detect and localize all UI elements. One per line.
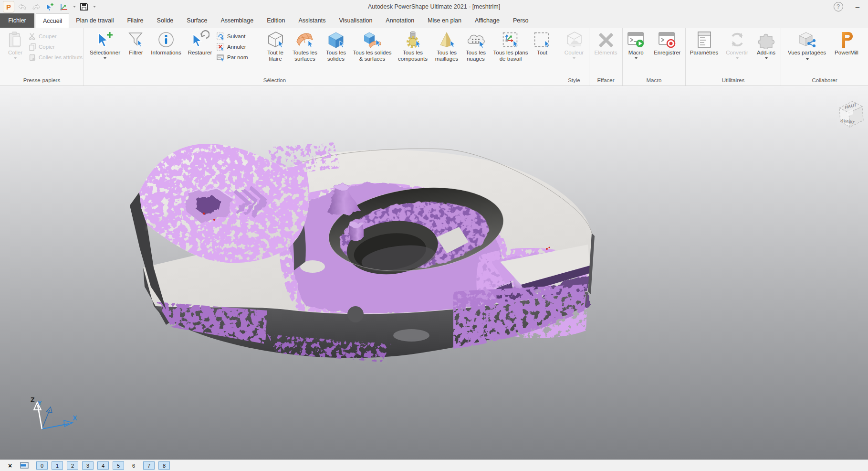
tab-fichier[interactable]: Fichier (0, 13, 34, 28)
color-dropdown-arrow-icon[interactable] (573, 57, 575, 59)
addins-dropdown-arrow-icon[interactable] (765, 57, 768, 59)
group-utilities: Paramètres Convertir Add-ins Ut (686, 28, 781, 86)
levels-icon[interactable] (20, 462, 30, 469)
undo-button[interactable] (17, 1, 28, 12)
tab-perso[interactable]: Perso (506, 13, 535, 28)
viewport-3d[interactable]: Z Y X HAUT AVANT (0, 86, 868, 460)
ribbon: Coller Couper Copier (0, 28, 868, 86)
group-collaborate: Vues partagées PowerMill Collaborer (781, 28, 868, 86)
macro-button[interactable]: Macro (624, 30, 648, 59)
settings-button[interactable]: Paramètres (687, 30, 722, 56)
solid-cube-icon (326, 30, 346, 49)
level-button-1[interactable]: 1 (52, 461, 63, 470)
convert-dropdown-arrow-icon[interactable] (736, 57, 739, 59)
macro-dropdown-arrow-icon[interactable] (635, 57, 638, 59)
button-label: Convertir (726, 50, 748, 56)
axis-x-label: X (73, 414, 77, 422)
save-dropdown-arrow-icon[interactable] (93, 6, 96, 8)
tab-mise-en-plan[interactable]: Mise en plan (421, 13, 468, 28)
all-meshes-button[interactable]: Tous les maillages (431, 30, 462, 62)
shared-views-cube-icon (796, 30, 817, 49)
workplane-dropdown-arrow-icon[interactable] (73, 6, 76, 8)
shared-views-dropdown-arrow-icon (806, 58, 809, 60)
filter-button[interactable]: Filtrer (125, 30, 147, 56)
erase-elements-button[interactable]: Eléments (591, 30, 621, 56)
level-button-7[interactable]: 7 (143, 461, 155, 470)
level-button-0[interactable]: 0 (36, 461, 48, 470)
all-wireframe-button[interactable]: Tout le filaire (262, 30, 288, 62)
powermill-button[interactable]: PowerMill (831, 30, 862, 56)
select-dropdown-arrow-icon[interactable] (104, 57, 106, 59)
button-label: Tous les solides (322, 50, 350, 62)
cylinder-stub (349, 222, 364, 240)
tab-assistants[interactable]: Assistants (292, 13, 332, 28)
cut-button[interactable]: Couper (29, 31, 83, 42)
group-label: Macro (623, 76, 685, 86)
addins-button[interactable]: Add-ins (753, 30, 780, 59)
convert-button[interactable]: Convertir (722, 30, 752, 59)
mesh-model (130, 142, 595, 362)
record-window-icon (657, 30, 677, 49)
restore-button[interactable]: Restaurer (185, 30, 215, 56)
tab-visualisation[interactable]: Visualisation (332, 13, 379, 28)
select-button[interactable]: Sélectionner (85, 30, 125, 59)
level-button-5[interactable]: 5 (113, 461, 124, 470)
level-button-3[interactable]: 3 (82, 461, 94, 470)
level-button-6[interactable]: 6 (128, 461, 139, 470)
shared-views-button[interactable]: Vues partagées (787, 30, 827, 62)
group-label: Style (559, 76, 589, 86)
all-components-button[interactable]: Tous les composants (394, 30, 431, 62)
tab-accueil[interactable]: Accueil (36, 13, 69, 28)
puzzle-icon (756, 30, 776, 49)
close-icon[interactable]: × (6, 462, 14, 470)
tab-edition[interactable]: Edition (260, 13, 292, 28)
help-button[interactable]: ? (834, 2, 843, 11)
paste-dropdown-arrow-icon[interactable] (14, 57, 17, 59)
tab-annotation[interactable]: Annotation (379, 13, 421, 28)
record-macro-button[interactable]: Enregistrer (650, 30, 684, 56)
point-cloud-icon (466, 30, 486, 49)
copy-button[interactable]: Copier (29, 42, 83, 52)
all-solids-surfaces-button[interactable]: Tous les solides & surfaces (350, 30, 394, 62)
all-clouds-button[interactable]: Tous les nuages (462, 30, 490, 62)
level-button-4[interactable]: 4 (97, 461, 109, 470)
select-all-button[interactable]: Tout (532, 30, 553, 56)
minimize-button[interactable]: – (856, 4, 859, 9)
paste-button[interactable]: Coller (5, 30, 26, 59)
cancel-selection-button[interactable]: Annuler (217, 42, 262, 52)
button-label: Vues partagées (787, 50, 826, 62)
mesh-pyramid-icon (437, 30, 457, 49)
workplane-tool-button[interactable] (58, 1, 70, 12)
copy-pages-icon (29, 43, 36, 51)
save-button[interactable] (78, 1, 90, 12)
tab-surface[interactable]: Surface (180, 13, 214, 28)
info-button[interactable]: Informations (147, 30, 185, 56)
tab-assemblage[interactable]: Assemblage (214, 13, 260, 28)
all-solids-button[interactable]: Tous les solides (322, 30, 350, 62)
all-workplanes-button[interactable]: Tous les plans de travail (490, 30, 532, 62)
all-surfaces-button[interactable]: Toutes les surfaces (288, 30, 322, 62)
paste-attributes-button[interactable]: Coller les attributs (29, 52, 83, 63)
undo-icon (18, 3, 27, 11)
next-selection-icon (217, 32, 225, 41)
button-label: Copier (39, 44, 55, 50)
next-selection-button[interactable]: Suivant (217, 31, 262, 42)
color-button[interactable]: Couleur (561, 30, 587, 59)
component-gear-icon (403, 30, 423, 49)
tab-plan-de-travail[interactable]: Plan de travail (69, 13, 120, 28)
view-cube[interactable]: HAUT AVANT (834, 96, 865, 131)
level-button-2[interactable]: 2 (67, 461, 78, 470)
tab-affichage[interactable]: Affichage (468, 13, 506, 28)
funnel-icon (126, 30, 146, 49)
axes-icon (59, 2, 69, 11)
select-by-name-button[interactable]: Par nom (217, 52, 262, 63)
tab-solide[interactable]: Solide (150, 13, 180, 28)
settings-list-icon (694, 30, 714, 49)
level-button-8[interactable]: 8 (158, 461, 170, 470)
select-tool-button[interactable] (44, 1, 56, 12)
tab-filaire[interactable]: Filaire (121, 13, 150, 28)
powermill-logo-icon (837, 30, 856, 49)
select-cursor-plus-icon (95, 30, 115, 49)
button-label: Informations (151, 50, 181, 56)
redo-button[interactable] (31, 1, 42, 12)
